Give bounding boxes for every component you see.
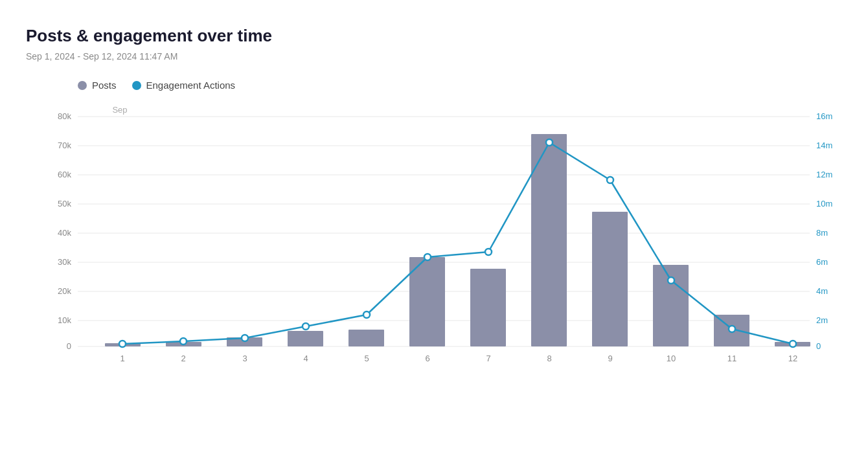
svg-point-46 bbox=[485, 249, 492, 255]
svg-text:4m: 4m bbox=[816, 286, 828, 296]
svg-text:8m: 8m bbox=[816, 228, 828, 238]
chart-title: Posts & engagement over time bbox=[26, 26, 842, 46]
svg-text:10: 10 bbox=[667, 354, 676, 363]
svg-point-45 bbox=[424, 254, 431, 260]
svg-text:50k: 50k bbox=[58, 199, 71, 209]
svg-text:80k: 80k bbox=[58, 111, 71, 121]
svg-text:40k: 40k bbox=[58, 228, 71, 238]
svg-point-42 bbox=[242, 335, 248, 341]
chart-subtitle: Sep 1, 2024 - Sep 12, 2024 11:47 AM bbox=[26, 51, 842, 62]
svg-text:11: 11 bbox=[727, 354, 737, 363]
svg-rect-33 bbox=[409, 257, 445, 346]
svg-text:Sep: Sep bbox=[112, 105, 127, 115]
svg-text:9: 9 bbox=[608, 354, 612, 363]
svg-text:8: 8 bbox=[547, 354, 551, 363]
svg-rect-36 bbox=[592, 212, 628, 346]
legend-engagement-dot bbox=[132, 81, 141, 90]
svg-point-49 bbox=[668, 277, 674, 284]
svg-text:3: 3 bbox=[242, 354, 247, 363]
svg-text:14m: 14m bbox=[816, 141, 832, 150]
svg-text:12: 12 bbox=[788, 354, 797, 363]
svg-point-47 bbox=[546, 139, 553, 146]
svg-point-51 bbox=[790, 341, 796, 347]
svg-point-50 bbox=[729, 326, 735, 332]
svg-text:5: 5 bbox=[364, 354, 369, 363]
legend-engagement: Engagement Actions bbox=[132, 80, 236, 91]
svg-text:20k: 20k bbox=[58, 286, 71, 296]
svg-point-40 bbox=[119, 341, 126, 347]
chart-legend: Posts Engagement Actions bbox=[78, 80, 842, 91]
legend-posts-dot bbox=[78, 81, 87, 90]
svg-rect-32 bbox=[348, 330, 384, 346]
svg-point-43 bbox=[303, 323, 309, 330]
svg-point-44 bbox=[363, 311, 370, 318]
svg-point-41 bbox=[180, 338, 187, 345]
svg-text:4: 4 bbox=[303, 354, 308, 363]
svg-point-48 bbox=[607, 177, 613, 183]
legend-engagement-label: Engagement Actions bbox=[146, 80, 236, 91]
legend-posts: Posts bbox=[78, 80, 117, 91]
svg-text:60k: 60k bbox=[58, 170, 71, 179]
svg-rect-31 bbox=[288, 331, 323, 346]
svg-rect-34 bbox=[470, 269, 506, 346]
svg-text:2m: 2m bbox=[816, 315, 828, 325]
legend-posts-label: Posts bbox=[92, 80, 117, 91]
svg-text:30k: 30k bbox=[58, 257, 71, 267]
svg-text:70k: 70k bbox=[58, 141, 71, 150]
svg-text:0: 0 bbox=[816, 341, 821, 351]
svg-text:16m: 16m bbox=[816, 111, 832, 121]
svg-text:2: 2 bbox=[181, 354, 185, 363]
svg-text:1: 1 bbox=[120, 354, 124, 363]
svg-text:10k: 10k bbox=[58, 315, 71, 325]
svg-text:10m: 10m bbox=[816, 199, 832, 209]
chart-area: 80k 70k 60k 50k 40k 30k 20k 10k 0 16m 14… bbox=[26, 104, 842, 376]
svg-text:7: 7 bbox=[486, 354, 490, 363]
svg-text:0: 0 bbox=[67, 341, 71, 351]
svg-text:6: 6 bbox=[425, 354, 429, 363]
svg-text:12m: 12m bbox=[816, 170, 832, 179]
svg-text:6m: 6m bbox=[816, 257, 828, 267]
